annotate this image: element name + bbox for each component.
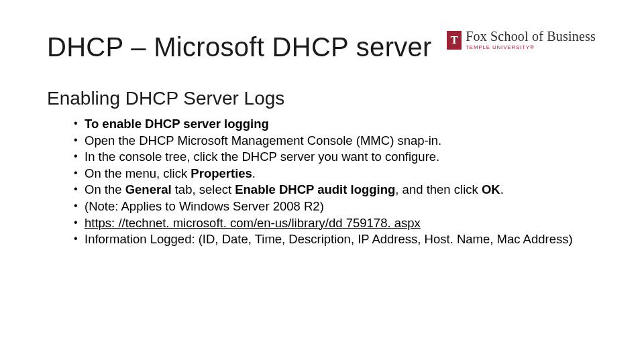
bullet-item: On the General tab, select Enable DHCP a…	[74, 182, 597, 198]
logo-main-text: Fox School of Business	[466, 29, 596, 43]
bullet-text: .	[252, 166, 256, 180]
bullet-item: (Note: Applies to Windows Server 2008 R2…	[74, 198, 597, 215]
bullet-text: OK	[482, 182, 500, 196]
bullet-text: tab, select	[172, 182, 235, 196]
bullet-list: To enable DHCP server loggingOpen the DH…	[47, 116, 597, 248]
bullet-item: In the console tree, click the DHCP serv…	[74, 149, 597, 166]
temple-t-icon	[447, 31, 462, 50]
bullet-item: https: //technet. microsoft. com/en-us/l…	[74, 215, 597, 232]
bullet-text: On the menu, click	[85, 166, 191, 180]
logo-sub-text: TEMPLE UNIVERSITY®	[466, 45, 596, 50]
bullet-text: General	[125, 182, 172, 196]
bullet-text: On the	[85, 182, 125, 196]
school-logo: Fox School of Business TEMPLE UNIVERSITY…	[447, 29, 596, 50]
slide-subtitle: Enabling DHCP Server Logs	[47, 88, 597, 109]
slide: Fox School of Business TEMPLE UNIVERSITY…	[0, 0, 644, 248]
logo-text: Fox School of Business TEMPLE UNIVERSITY…	[466, 29, 596, 50]
bullet-item: To enable DHCP server logging	[74, 116, 597, 133]
bullet-item: On the menu, click Properties.	[74, 166, 597, 182]
bullet-item: Information Logged: (ID, Date, Time, Des…	[74, 231, 597, 248]
bullet-text: .	[500, 182, 504, 196]
bullet-item: Open the DHCP Microsoft Management Conso…	[74, 133, 597, 149]
bullet-text: Enable DHCP audit logging	[235, 182, 395, 196]
bullet-text: (Note: Applies to Windows Server 2008 R2…	[85, 199, 324, 213]
bullet-text: https: //technet. microsoft. com/en-us/l…	[85, 216, 421, 230]
bullet-text: Information Logged: (ID, Date, Time, Des…	[85, 232, 573, 246]
bullet-text: Properties	[191, 166, 252, 180]
bullet-text: In the console tree, click the DHCP serv…	[85, 149, 439, 164]
bullet-text: Open the DHCP Microsoft Management Conso…	[85, 133, 441, 147]
bullet-text: , and then click	[395, 182, 482, 196]
bullet-text: To enable DHCP server logging	[85, 117, 269, 131]
